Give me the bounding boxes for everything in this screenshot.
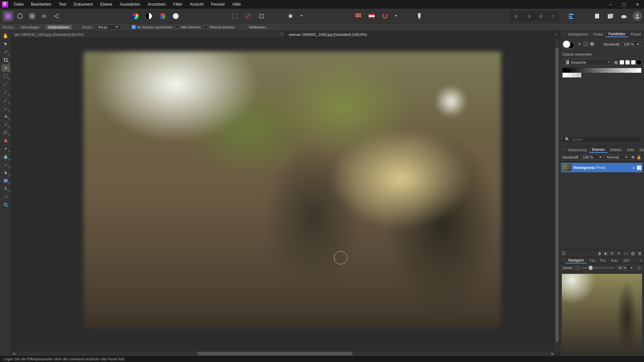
marquee-rect-icon[interactable] [230, 11, 240, 21]
swatch-cell[interactable] [622, 68, 625, 73]
retouch-tool-icon[interactable] [1, 161, 10, 168]
persona-export-icon[interactable] [51, 11, 61, 21]
snap-dropdown-icon[interactable] [393, 11, 399, 21]
zoom-value-combo[interactable]: 65 % [616, 265, 635, 270]
swatch-cell[interactable] [566, 68, 569, 73]
swatch-cell[interactable] [602, 68, 605, 73]
menu-arrange[interactable]: Anordnen [144, 0, 169, 9]
menu-file[interactable]: Datei [10, 0, 27, 9]
hsl-icon[interactable] [157, 11, 167, 21]
layer-fx-icon[interactable]: fx [611, 251, 614, 256]
layer-live-icon[interactable]: ✦ [617, 251, 621, 256]
swatch-opt-2[interactable] [631, 60, 636, 65]
menu-filter[interactable]: Filter [169, 0, 186, 9]
swatch-cell[interactable] [586, 68, 589, 73]
layer-link-icon[interactable]: ⇲ [632, 166, 635, 170]
swatch-mid-icon[interactable] [590, 42, 594, 46]
magic-brush-tool-icon[interactable] [1, 97, 10, 104]
layer-masks-icon[interactable]: ☲ [562, 251, 566, 256]
layer-row[interactable]: Hintergrund (Pixel) ⇲ ✓ [561, 163, 643, 172]
erase-tool-icon[interactable] [1, 105, 10, 112]
bw-adjust-icon[interactable] [144, 11, 154, 21]
menu-select[interactable]: Auswählen [116, 0, 144, 9]
paint-brush-tool-icon[interactable] [1, 88, 10, 96]
canvas[interactable]: ◀ ▶ [11, 38, 559, 356]
swatch-cell[interactable] [605, 68, 608, 73]
healing-tool-icon[interactable] [1, 145, 10, 152]
tab-brushes[interactable]: Pinsel [628, 32, 643, 37]
scroll-left-icon[interactable]: ◀ [11, 352, 16, 355]
swatch-cell[interactable] [567, 73, 572, 77]
open-doc-icon[interactable] [605, 11, 615, 21]
navigator-preview[interactable] [562, 274, 642, 354]
soft-edges-checkbox[interactable]: Weiche Kanten [204, 25, 234, 29]
scroll-right-icon[interactable]: ▶ [550, 352, 555, 355]
palette-select[interactable]: Grautöne▾ [562, 59, 612, 65]
swatch-cell[interactable] [562, 68, 566, 73]
tab-32v[interactable]: 32V [621, 258, 633, 263]
swatch-opt-black[interactable] [637, 60, 641, 65]
swatch-grid-icon[interactable]: ▦ [614, 60, 618, 65]
swatch-cell[interactable] [625, 68, 628, 73]
eyedropper-icon[interactable]: ✎ [578, 42, 581, 47]
tab-styles[interactable]: Stile [624, 147, 637, 153]
tab-navigator[interactable]: Navigator [566, 257, 587, 263]
hand-tool-icon[interactable]: ✋ [1, 32, 10, 40]
swatch-opt-none[interactable] [625, 60, 630, 65]
vertical-scrollbar[interactable] [555, 38, 559, 351]
swatch-cell[interactable] [572, 73, 577, 77]
color-picker-tool-icon[interactable] [1, 48, 10, 56]
dodge-tool-icon[interactable] [1, 129, 10, 136]
layer-visible-checkbox[interactable]: ✓ [637, 166, 641, 170]
align-icon[interactable] [567, 11, 577, 21]
swatch-cell[interactable] [572, 68, 576, 73]
mesh-tool-icon[interactable] [1, 193, 10, 200]
text-tool-icon[interactable]: A [1, 185, 10, 192]
close-icon[interactable]: × [281, 32, 283, 37]
vector-pen-tool-icon[interactable] [1, 169, 10, 176]
fill-tool-icon[interactable] [1, 113, 10, 120]
tab-kan[interactable]: Kan [608, 258, 621, 263]
blend-mode-combo[interactable]: Normal [605, 155, 629, 160]
tab-swatches[interactable]: Farbfelder [606, 31, 628, 37]
move-tool-icon[interactable] [1, 40, 10, 48]
zoom-out-icon[interactable]: − [575, 265, 580, 270]
quickmask-dropdown-icon[interactable] [299, 11, 304, 21]
swatch-cell[interactable] [582, 68, 586, 73]
minimize-button[interactable]: ─ [604, 0, 617, 9]
panel-more-icon[interactable]: ≡ [638, 258, 644, 262]
tab-pro[interactable]: Pro [597, 258, 608, 263]
close-icon[interactable]: × [555, 32, 557, 37]
mode-subtract-button[interactable]: Subtrahieren [46, 25, 72, 29]
zoom-slider[interactable] [582, 267, 614, 268]
swatch-cell[interactable] [576, 68, 579, 73]
swatch-cell[interactable] [562, 73, 567, 77]
assistant-icon[interactable] [414, 11, 424, 21]
opacity-combo[interactable]: 100 % [622, 42, 641, 47]
marquee-deselect-icon[interactable] [243, 11, 253, 21]
swatch-cell[interactable] [579, 68, 582, 73]
layer-mask-icon[interactable]: ◑ [597, 251, 601, 256]
refine-button[interactable]: Verfeinern… [245, 25, 272, 29]
fg-bg-colors[interactable] [562, 40, 575, 49]
mode-add-button[interactable]: Hinzufügen [18, 25, 42, 29]
flood-select-tool-icon[interactable] [1, 80, 10, 88]
grid-icon[interactable] [353, 11, 363, 21]
zoom-tool-icon[interactable] [1, 201, 10, 208]
swatch-cell[interactable] [589, 68, 592, 73]
layer-adjust-icon[interactable]: ◐ [604, 251, 607, 256]
swatch-search[interactable]: 🔍 [562, 136, 641, 143]
shape-rect-tool-icon[interactable] [1, 177, 10, 184]
swatch-grid[interactable] [562, 68, 641, 77]
swatch-cell[interactable] [592, 68, 595, 73]
document-tab-1[interactable]: girl-1869532_1920.jpg [Geändert] (64.5%)… [11, 31, 285, 38]
swatch-cell[interactable] [635, 68, 638, 73]
pen-tool-icon[interactable] [1, 121, 10, 128]
marquee-tool-icon[interactable] [1, 72, 10, 80]
swatch-cell[interactable] [632, 68, 635, 73]
layer-opacity-combo[interactable]: 100 % [581, 155, 603, 160]
close-button[interactable]: ✕ [631, 0, 644, 9]
snap-magnet-icon[interactable] [380, 11, 390, 21]
menu-edit[interactable]: Bearbeiten [27, 0, 55, 9]
pref-flag-icon[interactable] [367, 11, 377, 21]
